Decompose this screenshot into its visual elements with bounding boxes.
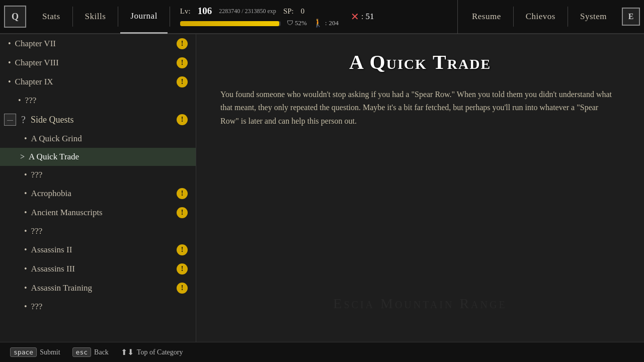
warn-icon-acrophobia: ! <box>177 188 188 199</box>
level-label: Lv: <box>180 7 191 16</box>
bullet-icon: • <box>24 189 27 198</box>
warn-icon-ancient-manuscripts: ! <box>177 207 188 218</box>
sidebar-item-qqq1[interactable]: • ??? <box>0 92 196 110</box>
quest-title: A Quick Trade <box>220 50 620 74</box>
cross-stat: ✕ : 51 <box>351 11 374 23</box>
nav-stats[interactable]: Stats <box>32 0 70 34</box>
quest-description: You found someone who wouldn't stop aski… <box>220 88 613 128</box>
xp-bar <box>180 21 281 26</box>
sidebar-label-chapter-ix: Chapter IX <box>15 77 53 87</box>
arrows-icon: ⬆⬇ <box>121 347 134 357</box>
bullet-icon: • <box>18 96 21 105</box>
sidebar-item-assassins-iii[interactable]: • Assassins III ! <box>0 259 196 279</box>
sidebar-item-qqq2[interactable]: • ??? <box>0 166 196 184</box>
sidebar-label-assassins-iii: Assassins III <box>31 264 75 274</box>
content-inner: A Quick Trade You found someone who woul… <box>196 34 644 144</box>
back-label: Back <box>94 348 109 356</box>
sidebar-item-a-quick-grind[interactable]: • A Quick Grind <box>0 130 196 148</box>
sidebar-item-side-quests-header[interactable]: — ? Side Quests ! <box>0 110 196 130</box>
nav-divider5 <box>568 7 568 27</box>
sp-value: 0 <box>301 7 305 16</box>
sidebar-label-acrophobia: Acrophobia <box>31 189 71 199</box>
warn-icon-chapter-viii: ! <box>177 57 188 68</box>
submit-action[interactable]: space Submit <box>10 347 60 357</box>
nav-skills[interactable]: Skills <box>75 0 116 34</box>
e-key[interactable]: E <box>622 8 640 26</box>
warn-icon-assassin-training: ! <box>177 283 188 294</box>
nav-divider3 <box>170 7 170 27</box>
cross-icon: ✕ <box>351 11 359 23</box>
bullet-icon: • <box>24 245 27 254</box>
nav-divider2 <box>118 7 118 27</box>
top-right-nav: Resume Chievos System E <box>457 0 640 34</box>
percent-val: 🛡 52% <box>287 19 307 27</box>
sidebar-label-assassin-training: Assassin Training <box>31 283 92 293</box>
sidebar-item-qqq4[interactable]: • ??? <box>0 298 196 316</box>
question-icon: ? <box>21 114 26 126</box>
warn-icon-side-quests: ! <box>177 114 188 125</box>
exp-value: 2283740 / 2313850 exp <box>219 8 276 15</box>
nav-journal[interactable]: Journal <box>120 0 168 34</box>
sidebar-item-chapter-ix[interactable]: • Chapter IX ! <box>0 72 196 92</box>
sidebar[interactable]: • Chapter VII ! • Chapter VIII ! • Chapt… <box>0 34 196 342</box>
sidebar-label-qqq2: ??? <box>31 170 43 180</box>
arrow-icon: > <box>20 152 25 161</box>
sp-label: SP: <box>283 7 294 16</box>
main-layout: • Chapter VII ! • Chapter VIII ! • Chapt… <box>0 34 644 342</box>
sidebar-item-assassin-training[interactable]: • Assassin Training ! <box>0 279 196 298</box>
sidebar-label-qqq1: ??? <box>25 96 37 106</box>
sidebar-label-a-quick-trade: A Quick Trade <box>29 152 79 162</box>
sidebar-label-a-quick-grind: A Quick Grind <box>31 134 82 144</box>
bullet-icon: • <box>24 264 27 274</box>
back-key: esc <box>72 347 91 357</box>
top-of-category-action[interactable]: ⬆⬇ Top of Category <box>121 347 183 357</box>
sidebar-item-ancient-manuscripts[interactable]: • Ancient Manuscripts ! <box>0 203 196 222</box>
sidebar-label-chapter-vii: Chapter VII <box>15 39 56 49</box>
top-bar: Q Stats Skills Journal Lv: 106 2283740 /… <box>0 0 644 34</box>
bullet-icon: • <box>24 302 27 311</box>
q-key[interactable]: Q <box>4 6 26 28</box>
level-value: 106 <box>198 6 212 17</box>
bullet-icon: • <box>24 170 27 179</box>
bullet-icon: • <box>24 284 27 293</box>
bullet-icon: • <box>24 227 27 236</box>
submit-label: Submit <box>40 348 60 356</box>
bottom-bar: space Submit esc Back ⬆⬇ Top of Category <box>0 342 644 362</box>
warn-icon-chapter-ix: ! <box>177 76 188 87</box>
sidebar-item-qqq3[interactable]: • ??? <box>0 222 196 240</box>
sidebar-label-qqq3: ??? <box>31 226 43 236</box>
top-of-category-label: Top of Category <box>137 348 183 356</box>
sidebar-item-chapter-vii[interactable]: • Chapter VII ! <box>0 34 196 53</box>
warn-icon-assassins-ii: ! <box>177 244 188 255</box>
bullet-icon: • <box>8 77 11 86</box>
submit-key: space <box>10 347 37 357</box>
watermark: Escia Mountain Range <box>333 296 507 312</box>
stats-block: Lv: 106 2283740 / 2313850 exp SP: 0 🛡 52… <box>180 6 339 28</box>
nav-system[interactable]: System <box>570 0 617 34</box>
cross-value: 51 <box>366 12 374 22</box>
bullet-icon: • <box>24 208 27 217</box>
nav-resume[interactable]: Resume <box>462 0 511 34</box>
sidebar-item-a-quick-trade[interactable]: > A Quick Trade <box>0 148 196 166</box>
back-action[interactable]: esc Back <box>72 347 109 357</box>
warn-icon-assassins-iii: ! <box>177 263 188 275</box>
xp-bar-fill <box>180 21 279 26</box>
footprint-stat: 🚶: 204 <box>313 18 339 28</box>
sidebar-item-acrophobia[interactable]: • Acrophobia ! <box>0 184 196 203</box>
warn-icon-chapter-vii: ! <box>177 38 188 49</box>
sidebar-item-chapter-viii[interactable]: • Chapter VIII ! <box>0 53 196 72</box>
sidebar-label-side-quests: Side Quests <box>31 115 74 125</box>
nav-divider <box>72 7 73 27</box>
sidebar-label-chapter-viii: Chapter VIII <box>15 58 59 68</box>
bullet-icon: • <box>24 134 27 143</box>
sidebar-label-qqq4: ??? <box>31 302 43 312</box>
bullet-icon: • <box>8 58 11 67</box>
collapse-icon[interactable]: — <box>4 114 16 126</box>
bullet-icon: • <box>8 39 11 48</box>
sidebar-label-assassins-ii: Assassins II <box>31 245 72 255</box>
nav-divider4 <box>513 7 514 27</box>
nav-chievos[interactable]: Chievos <box>516 0 566 34</box>
content-area: A Quick Trade You found someone who woul… <box>196 34 644 342</box>
sidebar-label-ancient-manuscripts: Ancient Manuscripts <box>31 208 103 218</box>
sidebar-item-assassins-ii[interactable]: • Assassins II ! <box>0 240 196 259</box>
